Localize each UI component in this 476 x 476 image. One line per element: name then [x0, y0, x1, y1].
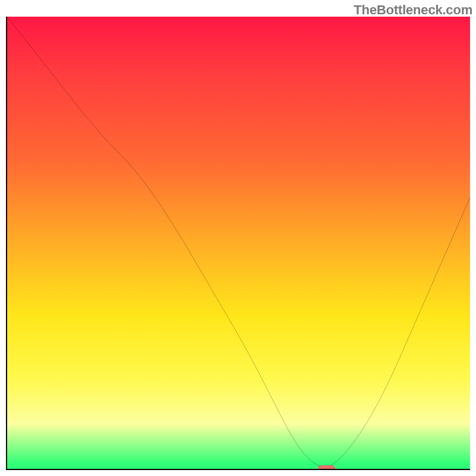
chart-frame: TheBottleneck.com — [0, 0, 476, 476]
plot-area — [6, 17, 470, 470]
watermark-text: TheBottleneck.com — [353, 2, 472, 18]
curve-path — [7, 17, 470, 467]
optimal-marker — [318, 465, 336, 470]
bottleneck-curve — [7, 17, 470, 469]
